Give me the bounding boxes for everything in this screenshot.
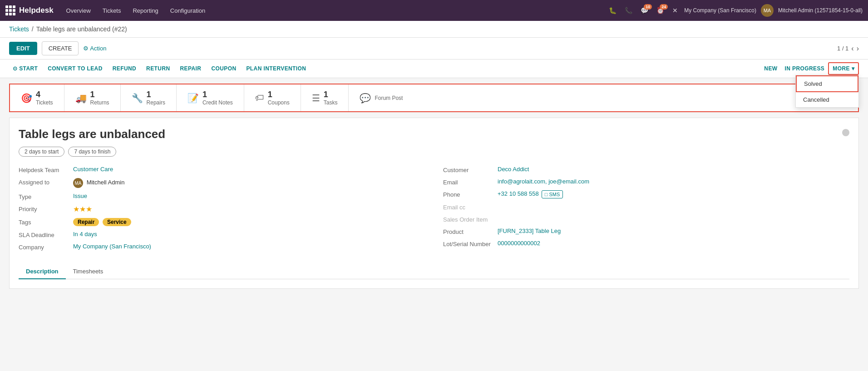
tag-pills: 2 days to start 7 days to finish (19, 147, 842, 157)
tasks-icon: ☰ (312, 93, 320, 104)
grid-icon (5, 5, 15, 15)
clock-badge: 24 (660, 4, 668, 10)
action-button[interactable]: ⚙ Action (83, 45, 106, 52)
type-value[interactable]: Issue (73, 193, 87, 199)
helpdesk-team-value[interactable]: Customer Care (73, 166, 113, 173)
user-label: Mitchell Admin (12571854-15-0-all) (778, 7, 863, 14)
company-field-label: Company (19, 243, 73, 251)
repairs-icon: 🔧 (132, 93, 143, 104)
smart-btn-credit-notes[interactable]: 📝 1 Credit Notes (177, 84, 244, 111)
breadcrumb-current: Table legs are unbalanced (#22) (36, 25, 127, 33)
new-status-button[interactable]: NEW (760, 63, 781, 74)
customer-value[interactable]: Deco Addict (498, 166, 529, 173)
field-product: Product [FURN_2333] Table Leg (443, 228, 849, 235)
field-sla-deadline: SLA Deadline In 4 days (19, 231, 425, 238)
field-tags: Tags Repair Service (19, 218, 425, 226)
tag-service[interactable]: Service (103, 218, 131, 226)
priority-value[interactable]: ★★★ (73, 205, 92, 213)
menu-tickets[interactable]: Tickets (97, 5, 127, 17)
sla-deadline-label: SLA Deadline (19, 231, 73, 238)
sla-deadline-value[interactable]: In 4 days (73, 231, 97, 237)
status-circle (842, 129, 849, 136)
tag-pill-finish: 7 days to finish (68, 147, 116, 157)
form-grid: Helpdesk Team Customer Care Assigned to … (19, 166, 849, 255)
credit-notes-icon: 📝 (187, 93, 199, 104)
next-button[interactable]: › (857, 45, 859, 53)
record-title: Table legs are unbalanced (19, 127, 842, 141)
refund-button[interactable]: REFUND (109, 63, 140, 74)
tasks-label: Tasks (324, 99, 338, 106)
returns-count: 1 (90, 90, 109, 99)
company-label: My Company (San Francisco) (684, 7, 756, 14)
prev-button[interactable]: ‹ (851, 45, 853, 53)
breadcrumb-separator: / (32, 25, 34, 33)
breadcrumb-parent[interactable]: Tickets (9, 25, 29, 33)
field-assigned-to: Assigned to MA Mitchell Admin (19, 178, 425, 188)
user-avatar[interactable]: MA (761, 4, 774, 17)
phone-label: Phone (443, 190, 498, 198)
plan-intervention-button[interactable]: PLAN INTERVENTION (242, 63, 310, 74)
chat-badge: 10 (644, 4, 652, 10)
status-pipeline: NEW IN PROGRESS MORE ▾ Solved Cancelled (760, 62, 859, 75)
chat-icon-button[interactable]: 💬 10 (639, 5, 650, 16)
email-value[interactable]: info@agrolait.com, joe@email.com (498, 178, 589, 185)
tab-description[interactable]: Description (19, 264, 66, 279)
smart-btn-returns[interactable]: 🚚 1 Returns (64, 84, 121, 111)
form-right: Customer Deco Addict Email info@agrolait… (443, 166, 849, 255)
assigned-to-value: MA Mitchell Admin (73, 178, 124, 188)
smart-btn-forum[interactable]: 💬 Forum Post (349, 87, 414, 109)
pagination: 1 / 1 ‹ › (837, 45, 859, 53)
create-button[interactable]: CREATE (42, 41, 79, 55)
smart-btn-coupons[interactable]: 🏷 1 Coupons (244, 84, 301, 111)
convert-to-lead-button[interactable]: CONVERT TO LEAD (44, 63, 106, 74)
forum-label: Forum Post (375, 95, 403, 101)
menu-configuration[interactable]: Configuration (165, 5, 211, 17)
helpdesk-team-label: Helpdesk Team (19, 166, 73, 173)
lot-serial-value[interactable]: 0000000000002 (498, 240, 540, 247)
email-label: Email (443, 178, 498, 186)
priority-label: Priority (19, 205, 73, 213)
topnav-right: 🐛 📞 💬 10 ⏰ 24 ✕ My Company (San Francisc… (607, 4, 863, 17)
close-icon-button[interactable]: ✕ (671, 5, 680, 16)
company-field-value[interactable]: My Company (San Francisco) (73, 243, 151, 250)
pagination-label: 1 / 1 (837, 45, 848, 52)
credit-notes-count: 1 (202, 90, 233, 99)
phone-icon-button[interactable]: 📞 (623, 5, 634, 16)
start-button[interactable]: ⊙ START (9, 63, 41, 74)
email-cc-label: Email cc (443, 203, 498, 211)
repair-button[interactable]: REPAIR (177, 63, 205, 74)
menu-overview[interactable]: Overview (61, 5, 96, 17)
coupon-button[interactable]: COUPON (207, 63, 240, 74)
bug-icon-button[interactable]: 🐛 (607, 5, 618, 16)
sms-button[interactable]: □ SMS (542, 190, 563, 198)
more-status-button[interactable]: MORE ▾ (828, 62, 859, 75)
main-content: Table legs are unbalanced 2 days to star… (9, 118, 859, 289)
assigned-to-label: Assigned to (19, 178, 73, 186)
dropdown-item-cancelled[interactable]: Cancelled (796, 92, 858, 107)
edit-button[interactable]: EDIT (9, 42, 37, 55)
tab-timesheets[interactable]: Timesheets (66, 264, 111, 279)
credit-notes-label: Credit Notes (202, 99, 233, 106)
clock-icon-button[interactable]: ⏰ 24 (655, 5, 666, 16)
repairs-count: 1 (147, 90, 165, 99)
returns-icon: 🚚 (75, 93, 87, 104)
field-lot-serial: Lot/Serial Number 0000000000002 (443, 240, 849, 247)
customer-label: Customer (443, 166, 498, 173)
app-logo[interactable]: Helpdesk (5, 5, 54, 15)
dropdown-item-solved[interactable]: Solved (796, 75, 858, 92)
tags-label: Tags (19, 218, 73, 226)
coupons-label: Coupons (268, 99, 290, 106)
lot-serial-label: Lot/Serial Number (443, 240, 498, 247)
in-progress-status-button[interactable]: IN PROGRESS (781, 63, 829, 74)
smart-btn-tasks[interactable]: ☰ 1 Tasks (301, 84, 349, 111)
smart-btn-tickets[interactable]: 🎯 4 Tickets (10, 84, 64, 111)
product-value[interactable]: [FURN_2333] Table Leg (498, 228, 561, 234)
assigned-to-name[interactable]: Mitchell Admin (87, 179, 125, 186)
menu-reporting[interactable]: Reporting (127, 5, 163, 17)
phone-value[interactable]: +32 10 588 558 (498, 190, 539, 197)
smart-btn-repairs[interactable]: 🔧 1 Repairs (121, 84, 177, 111)
tag-repair[interactable]: Repair (73, 218, 99, 226)
form-left: Helpdesk Team Customer Care Assigned to … (19, 166, 425, 255)
return-button[interactable]: RETURN (143, 63, 173, 74)
tags-value: Repair Service (73, 218, 133, 226)
